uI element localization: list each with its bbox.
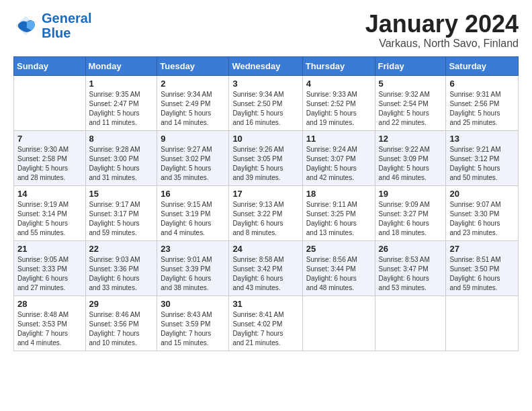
day-number: 25 bbox=[306, 244, 371, 254]
day-info: Sunrise: 9:24 AM Sunset: 3:07 PM Dayligh… bbox=[306, 145, 371, 183]
day-number: 23 bbox=[161, 244, 225, 254]
day-number: 29 bbox=[89, 299, 154, 309]
weekday-header-sunday: Sunday bbox=[14, 56, 86, 75]
calendar-cell: 5Sunrise: 9:32 AM Sunset: 2:54 PM Daylig… bbox=[375, 75, 446, 130]
day-number: 22 bbox=[89, 244, 154, 254]
day-number: 3 bbox=[232, 79, 298, 89]
calendar-cell bbox=[14, 75, 86, 130]
calendar-cell: 30Sunrise: 8:43 AM Sunset: 3:59 PM Dayli… bbox=[157, 295, 229, 351]
day-number: 24 bbox=[232, 244, 298, 254]
calendar-cell: 14Sunrise: 9:19 AM Sunset: 3:14 PM Dayli… bbox=[14, 185, 86, 240]
calendar-cell: 11Sunrise: 9:24 AM Sunset: 3:07 PM Dayli… bbox=[302, 130, 375, 185]
week-row-5: 28Sunrise: 8:48 AM Sunset: 3:53 PM Dayli… bbox=[14, 295, 519, 351]
day-number: 19 bbox=[379, 189, 443, 199]
calendar-header-row: SundayMondayTuesdayWednesdayThursdayFrid… bbox=[14, 56, 519, 75]
header: General Blue January 2024 Varkaus, North… bbox=[13, 11, 519, 50]
day-info: Sunrise: 8:48 AM Sunset: 3:53 PM Dayligh… bbox=[17, 310, 82, 348]
day-info: Sunrise: 9:32 AM Sunset: 2:54 PM Dayligh… bbox=[379, 90, 443, 128]
day-number: 8 bbox=[89, 134, 154, 144]
calendar-cell: 9Sunrise: 9:27 AM Sunset: 3:02 PM Daylig… bbox=[157, 130, 229, 185]
calendar-cell: 13Sunrise: 9:21 AM Sunset: 3:12 PM Dayli… bbox=[446, 130, 519, 185]
day-number: 15 bbox=[89, 189, 154, 199]
calendar-cell: 2Sunrise: 9:34 AM Sunset: 2:49 PM Daylig… bbox=[157, 75, 229, 130]
calendar-cell: 31Sunrise: 8:41 AM Sunset: 4:02 PM Dayli… bbox=[229, 295, 302, 351]
day-number: 16 bbox=[161, 189, 225, 199]
day-info: Sunrise: 9:07 AM Sunset: 3:30 PM Dayligh… bbox=[449, 200, 515, 238]
weekday-header-saturday: Saturday bbox=[446, 56, 519, 75]
day-number: 13 bbox=[449, 134, 515, 144]
calendar-cell: 24Sunrise: 8:58 AM Sunset: 3:42 PM Dayli… bbox=[229, 240, 302, 295]
calendar-cell: 18Sunrise: 9:11 AM Sunset: 3:25 PM Dayli… bbox=[302, 185, 375, 240]
day-info: Sunrise: 9:26 AM Sunset: 3:05 PM Dayligh… bbox=[232, 145, 298, 183]
calendar-cell: 15Sunrise: 9:17 AM Sunset: 3:17 PM Dayli… bbox=[85, 185, 157, 240]
calendar-cell: 21Sunrise: 9:05 AM Sunset: 3:33 PM Dayli… bbox=[14, 240, 86, 295]
location-subtitle: Varkaus, North Savo, Finland bbox=[365, 38, 519, 50]
calendar-cell: 23Sunrise: 9:01 AM Sunset: 3:39 PM Dayli… bbox=[157, 240, 229, 295]
day-info: Sunrise: 9:27 AM Sunset: 3:02 PM Dayligh… bbox=[161, 145, 225, 183]
day-number: 5 bbox=[379, 79, 443, 89]
day-info: Sunrise: 9:30 AM Sunset: 2:58 PM Dayligh… bbox=[17, 145, 82, 183]
logo-text: General Blue bbox=[42, 11, 91, 40]
day-info: Sunrise: 9:09 AM Sunset: 3:27 PM Dayligh… bbox=[379, 200, 443, 238]
day-info: Sunrise: 8:58 AM Sunset: 3:42 PM Dayligh… bbox=[232, 255, 298, 293]
week-row-1: 1Sunrise: 9:35 AM Sunset: 2:47 PM Daylig… bbox=[14, 75, 519, 130]
calendar-cell: 12Sunrise: 9:22 AM Sunset: 3:09 PM Dayli… bbox=[375, 130, 446, 185]
calendar-cell: 10Sunrise: 9:26 AM Sunset: 3:05 PM Dayli… bbox=[229, 130, 302, 185]
day-info: Sunrise: 9:01 AM Sunset: 3:39 PM Dayligh… bbox=[161, 255, 225, 293]
day-number: 7 bbox=[17, 134, 82, 144]
day-info: Sunrise: 9:03 AM Sunset: 3:36 PM Dayligh… bbox=[89, 255, 154, 293]
day-info: Sunrise: 9:13 AM Sunset: 3:22 PM Dayligh… bbox=[232, 200, 298, 238]
day-number: 17 bbox=[232, 189, 298, 199]
day-number: 20 bbox=[449, 189, 515, 199]
day-info: Sunrise: 8:43 AM Sunset: 3:59 PM Dayligh… bbox=[161, 310, 225, 348]
calendar-cell: 16Sunrise: 9:15 AM Sunset: 3:19 PM Dayli… bbox=[157, 185, 229, 240]
day-number: 10 bbox=[232, 134, 298, 144]
weekday-header-tuesday: Tuesday bbox=[157, 56, 229, 75]
calendar-cell: 20Sunrise: 9:07 AM Sunset: 3:30 PM Dayli… bbox=[446, 185, 519, 240]
day-info: Sunrise: 9:34 AM Sunset: 2:50 PM Dayligh… bbox=[232, 90, 298, 128]
calendar-cell bbox=[375, 295, 446, 351]
day-number: 6 bbox=[449, 79, 515, 89]
day-info: Sunrise: 9:05 AM Sunset: 3:33 PM Dayligh… bbox=[17, 255, 82, 293]
day-info: Sunrise: 9:35 AM Sunset: 2:47 PM Dayligh… bbox=[89, 90, 154, 128]
day-info: Sunrise: 9:31 AM Sunset: 2:56 PM Dayligh… bbox=[449, 90, 515, 128]
calendar-cell: 25Sunrise: 8:56 AM Sunset: 3:44 PM Dayli… bbox=[302, 240, 375, 295]
day-number: 14 bbox=[17, 189, 82, 199]
day-number: 2 bbox=[161, 79, 225, 89]
day-number: 30 bbox=[161, 299, 225, 309]
day-number: 21 bbox=[17, 244, 82, 254]
calendar-cell: 19Sunrise: 9:09 AM Sunset: 3:27 PM Dayli… bbox=[375, 185, 446, 240]
title-block: January 2024 Varkaus, North Savo, Finlan… bbox=[365, 11, 519, 50]
week-row-2: 7Sunrise: 9:30 AM Sunset: 2:58 PM Daylig… bbox=[14, 130, 519, 185]
calendar-cell: 4Sunrise: 9:33 AM Sunset: 2:52 PM Daylig… bbox=[302, 75, 375, 130]
weekday-header-thursday: Thursday bbox=[302, 56, 375, 75]
day-info: Sunrise: 9:17 AM Sunset: 3:17 PM Dayligh… bbox=[89, 200, 154, 238]
calendar-cell: 22Sunrise: 9:03 AM Sunset: 3:36 PM Dayli… bbox=[85, 240, 157, 295]
day-number: 12 bbox=[379, 134, 443, 144]
day-number: 18 bbox=[306, 189, 371, 199]
day-number: 31 bbox=[232, 299, 298, 309]
day-info: Sunrise: 8:41 AM Sunset: 4:02 PM Dayligh… bbox=[232, 310, 298, 348]
weekday-header-monday: Monday bbox=[85, 56, 157, 75]
day-number: 28 bbox=[17, 299, 82, 309]
month-title: January 2024 bbox=[365, 11, 519, 38]
calendar-cell: 17Sunrise: 9:13 AM Sunset: 3:22 PM Dayli… bbox=[229, 185, 302, 240]
calendar-cell: 29Sunrise: 8:46 AM Sunset: 3:56 PM Dayli… bbox=[85, 295, 157, 351]
day-number: 4 bbox=[306, 79, 371, 89]
day-info: Sunrise: 8:46 AM Sunset: 3:56 PM Dayligh… bbox=[89, 310, 154, 348]
day-info: Sunrise: 9:11 AM Sunset: 3:25 PM Dayligh… bbox=[306, 200, 371, 238]
week-row-3: 14Sunrise: 9:19 AM Sunset: 3:14 PM Dayli… bbox=[14, 185, 519, 240]
day-info: Sunrise: 9:22 AM Sunset: 3:09 PM Dayligh… bbox=[379, 145, 443, 183]
calendar-cell: 26Sunrise: 8:53 AM Sunset: 3:47 PM Dayli… bbox=[375, 240, 446, 295]
day-number: 26 bbox=[379, 244, 443, 254]
day-info: Sunrise: 9:19 AM Sunset: 3:14 PM Dayligh… bbox=[17, 200, 82, 238]
day-number: 9 bbox=[161, 134, 225, 144]
calendar-cell bbox=[446, 295, 519, 351]
calendar-cell: 1Sunrise: 9:35 AM Sunset: 2:47 PM Daylig… bbox=[85, 75, 157, 130]
calendar-table: SundayMondayTuesdayWednesdayThursdayFrid… bbox=[13, 56, 519, 351]
calendar-cell: 28Sunrise: 8:48 AM Sunset: 3:53 PM Dayli… bbox=[14, 295, 86, 351]
day-info: Sunrise: 9:33 AM Sunset: 2:52 PM Dayligh… bbox=[306, 90, 371, 128]
calendar-cell bbox=[302, 295, 375, 351]
weekday-header-wednesday: Wednesday bbox=[229, 56, 302, 75]
page-container: General Blue January 2024 Varkaus, North… bbox=[0, 0, 532, 358]
